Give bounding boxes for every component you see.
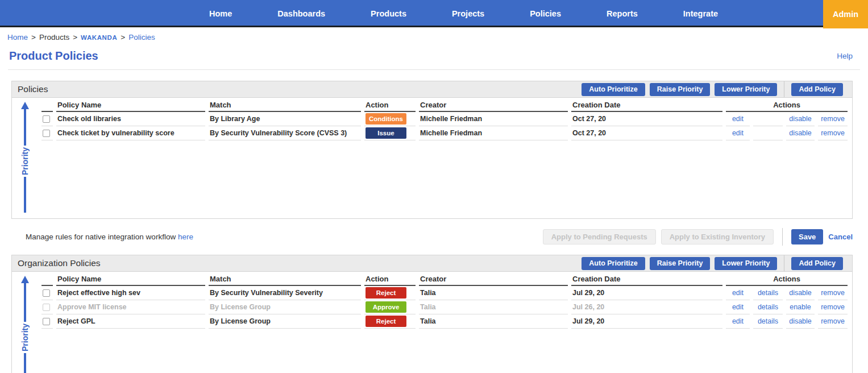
actions-header: Actions (726, 272, 848, 286)
action-badge[interactable]: Conditions (366, 113, 406, 125)
creation-date-header: Creation Date (571, 98, 722, 112)
details-link[interactable]: details (758, 317, 778, 325)
disable-link[interactable]: disable (789, 129, 812, 137)
creation-date-cell: Jul 29, 20 (571, 314, 722, 329)
priority-arrowhead-icon (21, 276, 29, 283)
organization-policies-header: Organization Policies Auto Prioritize Ra… (11, 255, 853, 272)
apply-pending-requests-button[interactable]: Apply to Pending Requests (543, 229, 656, 244)
table-row: Reject effective high sev By Security Vu… (41, 286, 848, 300)
edit-link[interactable]: edit (732, 129, 744, 137)
product-policies-section: Policies Auto Prioritize Raise Priority … (11, 81, 853, 219)
breadcrumb-products: Products (39, 33, 69, 42)
match-header: Match (209, 98, 361, 112)
row-checkbox[interactable] (43, 289, 50, 297)
raise-priority-button[interactable]: Raise Priority (650, 83, 711, 96)
breadcrumb-product-name[interactable]: WAKANDA (81, 34, 117, 41)
edit-link[interactable]: edit (732, 317, 744, 325)
enable-link[interactable]: enable (790, 303, 811, 311)
remove-link[interactable]: remove (821, 129, 845, 137)
action-badge[interactable]: Reject (366, 287, 406, 299)
policy-name-header: Policy Name (56, 272, 205, 286)
priority-axis: Priority (12, 272, 38, 373)
action-header: Action (364, 272, 416, 286)
auto-prioritize-button[interactable]: Auto Prioritize (582, 83, 645, 96)
creator-cell: Talia (419, 286, 568, 300)
match-header: Match (209, 272, 361, 286)
lower-priority-button[interactable]: Lower Priority (715, 257, 777, 270)
admin-menu[interactable]: Admin (823, 0, 868, 28)
table-row: Check old libraries By Library Age Condi… (41, 112, 848, 126)
details-cell-empty (753, 112, 783, 126)
row-checkbox[interactable] (43, 318, 50, 325)
checkbox-column-header (41, 98, 53, 112)
nav-products[interactable]: Products (349, 9, 428, 18)
creator-cell: Michelle Friedman (419, 112, 568, 126)
remove-link[interactable]: remove (821, 115, 845, 123)
raise-priority-button[interactable]: Raise Priority (650, 257, 711, 270)
page-title: Product Policies (9, 49, 98, 63)
details-link[interactable]: details (758, 289, 778, 297)
creator-cell: Talia (419, 314, 568, 329)
section-title-policies: Policies (18, 84, 48, 94)
priority-line (24, 109, 26, 146)
action-badge[interactable]: Approve (366, 301, 406, 313)
policy-name-cell: Check old libraries (56, 112, 205, 126)
priority-axis: Priority (12, 98, 38, 218)
workflow-text: Manage rules for native integration work… (26, 233, 193, 241)
disable-link[interactable]: disable (789, 115, 812, 123)
edit-link[interactable]: edit (732, 303, 744, 311)
disable-link[interactable]: disable (789, 289, 812, 297)
row-checkbox[interactable] (43, 304, 50, 311)
nav-dashboards[interactable]: Dashboards (256, 9, 347, 18)
action-badge[interactable]: Issue (366, 127, 406, 139)
auto-prioritize-button[interactable]: Auto Prioritize (582, 257, 645, 270)
table-row: Reject GPL By License Group Reject Talia… (41, 314, 848, 329)
add-policy-button[interactable]: Add Policy (791, 83, 843, 96)
lower-priority-button[interactable]: Lower Priority (715, 83, 777, 96)
action-header: Action (364, 98, 416, 112)
policy-name-cell: Reject GPL (56, 314, 205, 329)
remove-link[interactable]: remove (821, 303, 845, 311)
nav-reports[interactable]: Reports (585, 9, 659, 18)
toolbar-divider (784, 81, 784, 97)
match-cell: By Library Age (209, 112, 361, 126)
breadcrumb-home[interactable]: Home (7, 33, 28, 42)
priority-line (24, 283, 26, 322)
breadcrumb-policies[interactable]: Policies (128, 33, 155, 42)
nav-policies[interactable]: Policies (508, 9, 583, 18)
help-link[interactable]: Help (837, 52, 853, 60)
disable-link[interactable]: disable (789, 317, 812, 325)
remove-link[interactable]: remove (821, 289, 845, 297)
nav-integrate[interactable]: Integrate (662, 9, 740, 18)
policy-name-cell: Reject effective high sev (56, 286, 205, 300)
details-link[interactable]: details (758, 303, 778, 311)
workflow-here-link[interactable]: here (178, 233, 193, 241)
creation-date-cell: Oct 27, 20 (571, 126, 722, 140)
cancel-link[interactable]: Cancel (828, 233, 853, 241)
save-button[interactable]: Save (791, 229, 823, 244)
nav-projects[interactable]: Projects (430, 9, 506, 18)
breadcrumb-separator: > (121, 33, 125, 42)
edit-link[interactable]: edit (732, 289, 744, 297)
row-checkbox[interactable] (43, 130, 50, 137)
apply-existing-inventory-button[interactable]: Apply to Existing Inventory (661, 229, 774, 244)
creation-date-cell: Jul 26, 20 (571, 300, 722, 314)
nav-home[interactable]: Home (188, 9, 254, 18)
creation-date-cell: Jul 29, 20 (571, 286, 722, 300)
breadcrumb: Home > Products > WAKANDA > Policies (7, 33, 861, 42)
edit-link[interactable]: edit (732, 115, 744, 123)
priority-label: Priority (20, 324, 30, 351)
workflow-text-label: Manage rules for native integration work… (26, 233, 176, 241)
policy-name-cell: Approve MIT license (56, 300, 205, 314)
match-cell: By Security Vulnerability Severity (209, 286, 361, 300)
priority-line (24, 353, 26, 373)
creator-cell: Michelle Friedman (419, 126, 568, 140)
match-cell: By License Group (209, 300, 361, 314)
title-divider (8, 69, 860, 70)
row-checkbox[interactable] (43, 115, 50, 123)
match-cell: By Security Vulnerability Score (CVSS 3) (209, 126, 361, 140)
remove-link[interactable]: remove (821, 317, 845, 325)
add-policy-button[interactable]: Add Policy (791, 257, 843, 270)
action-badge[interactable]: Reject (366, 316, 406, 327)
save-divider (782, 228, 783, 246)
